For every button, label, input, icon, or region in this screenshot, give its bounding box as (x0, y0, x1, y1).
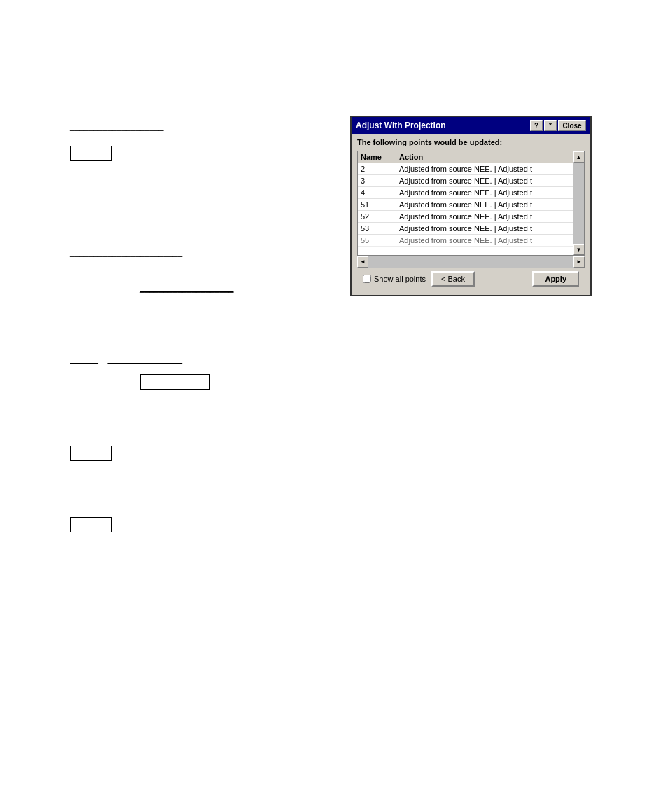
row-action: Adjusted from source NEE. | Adjusted t (396, 175, 584, 186)
help-button[interactable]: ? (530, 120, 543, 131)
scroll-left-arrow[interactable]: ◄ (357, 256, 368, 268)
table-scroll-area: 2 Adjusted from source NEE. | Adjusted t… (358, 163, 584, 247)
row-name: 52 (358, 211, 396, 222)
dialog-titlebar: Adjust With Projection ? * Close (352, 117, 590, 134)
vertical-scrollbar[interactable]: ▲ ▼ (573, 151, 584, 255)
table-row: 4 Adjusted from source NEE. | Adjusted t (358, 187, 584, 199)
doc-underline-5: ________________ (107, 355, 182, 364)
scroll-up-arrow[interactable]: ▲ (573, 151, 585, 163)
row-action: Adjusted from source NEE. | Adjusted t (396, 187, 584, 198)
row-action: Adjusted from source NEE. | Adjusted t (396, 199, 584, 210)
show-all-points-checkbox[interactable] (363, 275, 371, 283)
doc-underline-3: ____________________ (140, 283, 233, 293)
dialog-footer: Show all points < Back Apply (357, 267, 585, 291)
row-name: 2 (358, 163, 396, 174)
scroll-track (573, 163, 585, 244)
back-button[interactable]: < Back (431, 271, 475, 287)
table-row: 55 Adjusted from source NEE. | Adjusted … (358, 235, 584, 247)
table-row: 53 Adjusted from source NEE. | Adjusted … (358, 223, 584, 235)
show-all-points-label[interactable]: Show all points (363, 275, 426, 283)
row-name: 4 (358, 187, 396, 198)
dialog-title: Adjust With Projection (356, 121, 529, 130)
small-box-3 (70, 517, 112, 532)
scroll-down-arrow[interactable]: ▼ (573, 244, 585, 255)
table-row: 51 Adjusted from source NEE. | Adjusted … (358, 199, 584, 211)
horizontal-scrollbar: ◄ ► (357, 256, 585, 267)
row-name: 53 (358, 223, 396, 234)
table-row: 52 Adjusted from source NEE. | Adjusted … (358, 211, 584, 223)
col-header-name: Name (358, 151, 396, 163)
table-header: Name Action (358, 151, 584, 163)
medium-box-1 (140, 374, 210, 390)
pin-button[interactable]: * (544, 120, 557, 131)
scroll-right-arrow[interactable]: ► (573, 256, 585, 268)
points-table: Name Action 2 Adjusted from source NEE. … (357, 151, 585, 256)
row-name: 3 (358, 175, 396, 186)
show-all-points-text: Show all points (374, 275, 426, 283)
small-box-1 (70, 146, 112, 161)
small-box-2 (70, 446, 112, 461)
row-action: Adjusted from source NEE. | Adjusted t (396, 163, 584, 174)
row-action: Adjusted from source NEE. | Adjusted t (396, 211, 584, 222)
row-action: Adjusted from source NEE. | Adjusted t (396, 235, 584, 246)
dialog-message: The following points would be updated: (357, 138, 585, 146)
adjust-with-projection-dialog: Adjust With Projection ? * Close The fol… (350, 116, 592, 296)
row-name: 51 (358, 199, 396, 210)
apply-button[interactable]: Apply (532, 271, 579, 287)
row-action: Adjusted from source NEE. | Adjusted t (396, 223, 584, 234)
table-row: 2 Adjusted from source NEE. | Adjusted t (358, 163, 584, 175)
h-scroll-track (368, 256, 573, 268)
doc-underline-4: ______ (70, 355, 98, 364)
close-button[interactable]: Close (558, 120, 586, 131)
table-row: 3 Adjusted from source NEE. | Adjusted t (358, 175, 584, 187)
doc-underline-2: ________________________ (70, 247, 182, 257)
row-name: 55 (358, 235, 396, 246)
dialog-body: The following points would be updated: N… (352, 134, 590, 295)
doc-underline-1: ____________________ (70, 121, 163, 131)
col-header-action: Action (396, 151, 584, 163)
